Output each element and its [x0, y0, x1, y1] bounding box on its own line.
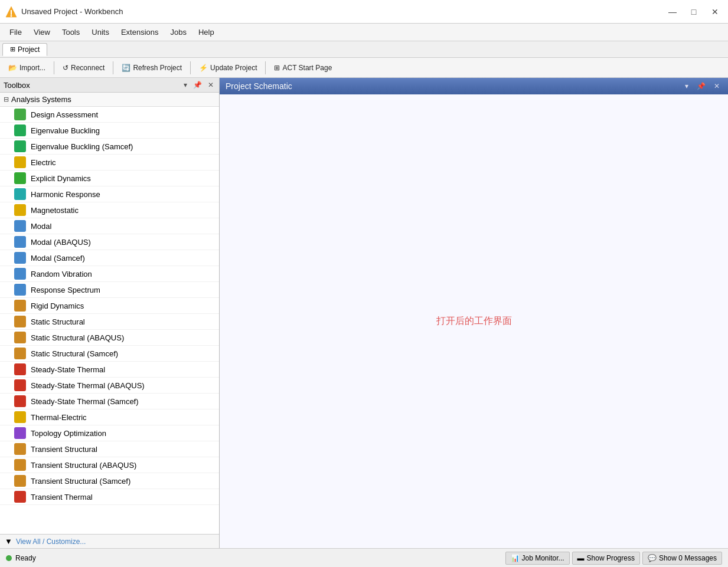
item-icon [14, 109, 26, 120]
status-btn-show-progress[interactable]: ▬Show Progress [572, 552, 640, 565]
status-indicator [6, 555, 12, 561]
menu-item-tools[interactable]: Tools [56, 25, 86, 39]
list-item[interactable]: Harmonic Response [0, 186, 219, 202]
list-item[interactable]: Modal [0, 218, 219, 234]
toolbar-separator [54, 61, 54, 74]
project-schematic-panel: Project Schematic ▾ 📌 ✕ 打开后的工作界面 [220, 78, 728, 548]
list-item[interactable]: Transient Structural (Samcef) [0, 473, 219, 489]
list-item[interactable]: Static Structural (Samcef) [0, 346, 219, 362]
item-icon [14, 140, 26, 152]
list-item[interactable]: Thermal-Electric [0, 409, 219, 425]
list-item[interactable]: Explicit Dynamics [0, 171, 219, 186]
ps-close-btn[interactable]: ✕ [711, 81, 722, 91]
minimize-button[interactable]: — [664, 4, 681, 20]
list-item[interactable]: Static Structural (ABAQUS) [0, 330, 219, 346]
ps-pin-btn[interactable]: 📌 [694, 81, 708, 91]
list-item[interactable]: Design Assessment [0, 107, 219, 123]
ansys-logo [5, 5, 18, 18]
item-label: Eigenvalue Buckling [31, 126, 100, 135]
item-label: Magnetostatic [31, 206, 79, 215]
list-item[interactable]: Magnetostatic [0, 202, 219, 218]
menu-item-jobs[interactable]: Jobs [164, 25, 192, 39]
status-btn-show-0-messages[interactable]: 💬Show 0 Messages [642, 552, 722, 565]
list-item[interactable]: Static Structural [0, 314, 219, 330]
item-icon [14, 300, 26, 312]
item-icon [14, 411, 26, 423]
project-schematic-content: 打开后的工作界面 [220, 94, 728, 548]
toolbar-btn-reconnect[interactable]: ↺Reconnect [58, 62, 109, 74]
menu-item-extensions[interactable]: Extensions [115, 25, 165, 39]
list-item[interactable]: Topology Optimization [0, 425, 219, 441]
filter-icon: ▼ [5, 537, 12, 546]
item-label: Transient Structural (ABAQUS) [31, 461, 136, 470]
project-schematic-watermark: 打开后的工作界面 [436, 315, 512, 327]
toolbar: 📂Import...↺Reconnect🔄Refresh Project⚡Upd… [0, 58, 728, 78]
item-label: Modal (Samcef) [31, 254, 85, 263]
item-label: Random Vibration [31, 270, 92, 278]
menu-item-file[interactable]: File [4, 25, 28, 39]
tab-label: Project [18, 45, 40, 54]
list-item[interactable]: Steady-State Thermal (Samcef) [0, 394, 219, 409]
status-btn-label: Show 0 Messages [659, 554, 717, 562]
list-item[interactable]: Response Spectrum [0, 282, 219, 298]
list-item[interactable]: Transient Thermal [0, 489, 219, 505]
svg-point-2 [11, 15, 12, 17]
item-icon [14, 124, 26, 136]
item-icon [14, 443, 26, 455]
status-left: Ready [6, 554, 36, 562]
item-label: Thermal-Electric [31, 413, 87, 422]
section-label: Analysis Systems [11, 95, 71, 104]
item-icon [14, 459, 26, 471]
list-item[interactable]: Rigid Dynamics [0, 298, 219, 314]
toolbar-btn-import---[interactable]: 📂Import... [4, 62, 50, 74]
item-icon [14, 268, 26, 280]
item-label: Explicit Dynamics [31, 174, 91, 183]
toolbar-label: Refresh Project [133, 64, 182, 72]
item-label: Eigenvalue Buckling (Samcef) [31, 142, 133, 151]
list-item[interactable]: Modal (Samcef) [0, 250, 219, 266]
status-btn-icon: ▬ [577, 554, 585, 562]
list-item[interactable]: Eigenvalue Buckling [0, 123, 219, 139]
toolbar-btn-act-start-page[interactable]: ⊞ACT Start Page [269, 62, 337, 74]
toolbar-btn-update-project[interactable]: ⚡Update Project [194, 62, 262, 74]
item-icon [14, 220, 26, 232]
toolbox-close-btn[interactable]: ✕ [206, 80, 216, 90]
item-icon [14, 236, 26, 248]
ps-header-controls: ▾ 📌 ✕ [683, 81, 722, 91]
list-item[interactable]: Random Vibration [0, 266, 219, 282]
menu-item-help[interactable]: Help [192, 25, 220, 39]
status-btn-job-monitor---[interactable]: 📊Job Monitor... [505, 552, 570, 565]
list-item[interactable]: Modal (ABAQUS) [0, 234, 219, 250]
list-item[interactable]: Steady-State Thermal (ABAQUS) [0, 378, 219, 394]
item-icon [14, 379, 26, 391]
menu-item-units[interactable]: Units [86, 25, 115, 39]
list-item[interactable]: Transient Structural (ABAQUS) [0, 457, 219, 473]
item-icon [14, 332, 26, 343]
item-label: Transient Structural (Samcef) [31, 477, 130, 486]
toolbar-icon: ⊞ [274, 64, 280, 72]
toolbox-header: Toolbox ▾ 📌 ✕ [0, 78, 219, 93]
toolbar-btn-refresh-project[interactable]: 🔄Refresh Project [117, 62, 187, 74]
item-icon [14, 316, 26, 327]
toolbox-section-analysis-systems[interactable]: ⊟Analysis Systems [0, 93, 219, 107]
list-item[interactable]: Transient Structural [0, 441, 219, 457]
list-item[interactable]: Eigenvalue Buckling (Samcef) [0, 139, 219, 155]
close-button[interactable]: ✕ [707, 4, 723, 20]
maximize-button[interactable]: □ [685, 4, 702, 20]
list-item[interactable]: Steady-State Thermal [0, 362, 219, 378]
title-bar: Unsaved Project - Workbench — □ ✕ [0, 0, 728, 24]
item-label: Steady-State Thermal (ABAQUS) [31, 381, 145, 390]
toolbar-icon: 🔄 [122, 64, 130, 72]
ps-dropdown-btn[interactable]: ▾ [683, 81, 691, 91]
toolbox-dropdown-btn[interactable]: ▾ [182, 80, 189, 90]
menu-item-view[interactable]: View [28, 25, 56, 39]
item-icon [14, 172, 26, 184]
item-icon [14, 363, 26, 375]
list-item[interactable]: Electric [0, 155, 219, 171]
toolbox-list: ⊟Analysis SystemsDesign AssessmentEigenv… [0, 93, 219, 534]
toolbar-icon: ↺ [63, 64, 68, 72]
tab-project[interactable]: ⊞Project [2, 43, 47, 56]
view-all-link[interactable]: View All / Customize... [16, 537, 86, 546]
window-controls: — □ ✕ [664, 4, 723, 20]
toolbox-pin-btn[interactable]: 📌 [191, 80, 204, 90]
